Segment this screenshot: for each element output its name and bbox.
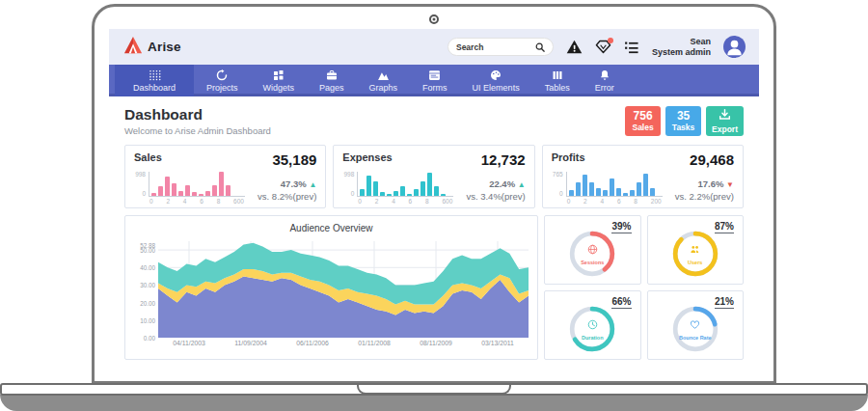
- nav-item-forms[interactable]: Forms: [410, 65, 460, 96]
- brand-name: Arise: [148, 40, 181, 54]
- sales-badge-value: 756: [634, 110, 653, 123]
- webcam-icon: [429, 14, 439, 24]
- nav-label: Pages: [319, 83, 344, 93]
- brand-logo[interactable]: Arise: [122, 36, 181, 59]
- profits-sparkline: 765 0 02468200: [552, 172, 663, 205]
- expenses-bars: [357, 172, 453, 197]
- globe-icon: [587, 241, 598, 259]
- profits-comparison: vs. 2.2%(prev): [675, 191, 734, 202]
- audience-x-axis: 04/11/200311/09/200406/11/200601/11/2008…: [134, 340, 529, 346]
- users-label: Users: [688, 260, 702, 265]
- audience-area-chart: [158, 241, 529, 338]
- nav-item-projects[interactable]: Projects: [194, 65, 251, 96]
- form-window-icon: [428, 69, 441, 81]
- warning-icon[interactable]: [566, 40, 583, 54]
- expenses-change: 22.4% ▲: [466, 178, 525, 189]
- audience-y-axis: 52.8850.0040.0030.0020.0010.000.00: [134, 241, 158, 338]
- widgets-icon: [273, 69, 285, 81]
- sales-card-title: Sales: [134, 151, 245, 163]
- stat-cards-row: Sales 998 0 02468600: [109, 145, 759, 208]
- search-field[interactable]: [456, 42, 535, 52]
- trend-down-icon: ▼: [726, 180, 734, 189]
- trend-up-icon: ▲: [518, 180, 526, 189]
- dashboard-grid-icon: [149, 69, 161, 81]
- avatar[interactable]: [723, 36, 746, 58]
- sales-x-ticks: 02468600: [149, 197, 245, 205]
- laptop-bezel: Arise: [92, 4, 776, 384]
- sales-sparkline: 998 0 02468600: [134, 172, 245, 205]
- nav-item-ui-elements[interactable]: UI Elements: [460, 65, 532, 96]
- nav-label: UI Elements: [473, 83, 520, 93]
- gauges-grid: 39% Se: [544, 215, 744, 360]
- sales-card: Sales 998 0 02468600: [124, 145, 326, 208]
- nav-item-pages[interactable]: Pages: [307, 65, 357, 96]
- nav-label: Widgets: [263, 83, 295, 93]
- duration-label: Duration: [582, 335, 604, 341]
- download-icon: [719, 107, 731, 124]
- page-subtitle: Welcome to Arise Admin Dashboard: [124, 125, 271, 136]
- page-title: Dashboard: [124, 106, 271, 123]
- sales-badge[interactable]: 756 Sales: [625, 106, 661, 136]
- person-icon: [723, 36, 746, 58]
- expenses-card: Expenses 998 0 02468600: [333, 145, 534, 208]
- main-nav: Dashboard Projects: [109, 65, 759, 96]
- heart-icon: [690, 316, 700, 334]
- tasks-badge[interactable]: 35 Tasks: [665, 106, 701, 136]
- palette-icon: [490, 69, 502, 81]
- profits-x-ticks: 02468200: [566, 197, 663, 205]
- arise-triangle-icon: [122, 36, 144, 59]
- search-input[interactable]: [448, 38, 554, 56]
- profits-change: 17.6% ▼: [675, 178, 734, 189]
- export-label: Export: [712, 125, 738, 135]
- tasks-badge-label: Tasks: [672, 123, 694, 133]
- bell-icon: [599, 69, 610, 81]
- sales-comparison: vs. 8.2%(prev): [258, 191, 316, 202]
- dashboard-screen: Arise: [109, 29, 759, 363]
- nav-item-dashboard[interactable]: Dashboard: [115, 65, 194, 96]
- nav-label: Dashboard: [133, 83, 176, 93]
- nav-label: Graphs: [369, 83, 398, 93]
- nav-item-error[interactable]: Error: [583, 65, 627, 96]
- nav-label: Projects: [206, 83, 238, 93]
- sales-change: 47.3% ▲: [258, 178, 316, 189]
- laptop-base-shadow: [0, 395, 868, 411]
- sales-badge-label: Sales: [632, 123, 653, 133]
- profits-card: Profits 765 0 02468200: [542, 145, 744, 208]
- expenses-value: 12,732: [466, 151, 525, 168]
- trend-up-icon: ▲: [309, 180, 316, 189]
- user-info[interactable]: Sean System admin: [652, 37, 711, 58]
- export-button[interactable]: Export: [706, 106, 744, 136]
- nav-label: Tables: [545, 83, 570, 93]
- audience-overview-card: Audience Overview 52.8850.0040.0030.0020…: [124, 215, 538, 360]
- tasks-badge-value: 35: [677, 110, 690, 123]
- y-min-label: 0: [559, 190, 563, 197]
- nav-label: Forms: [422, 83, 448, 93]
- bounce-rate-label: Bounce Rate: [679, 335, 712, 341]
- profits-value: 29,468: [675, 151, 734, 168]
- sessions-label: Sessions: [581, 260, 604, 265]
- page-header: Dashboard Welcome to Arise Admin Dashboa…: [109, 96, 759, 145]
- nav-item-tables[interactable]: Tables: [532, 65, 583, 96]
- expenses-sparkline: 998 0 02468600: [342, 172, 453, 205]
- laptop-base-notch: [357, 385, 511, 395]
- y-max-label: 765: [553, 171, 563, 178]
- users-gauge-card: 87%: [647, 215, 745, 285]
- nav-item-graphs[interactable]: Graphs: [357, 65, 411, 96]
- gem-notification-icon[interactable]: [595, 40, 611, 54]
- sessions-gauge-card: 39% Se: [544, 215, 641, 285]
- topbar: Arise: [109, 29, 759, 65]
- columns-icon: [552, 69, 563, 81]
- nav-item-widgets[interactable]: Widgets: [251, 65, 308, 96]
- y-min-label: 0: [142, 190, 146, 197]
- numbered-list-icon[interactable]: [624, 41, 639, 54]
- y-max-label: 998: [343, 171, 354, 178]
- expenses-card-title: Expenses: [342, 151, 453, 163]
- search-icon[interactable]: [535, 39, 545, 56]
- users-icon: [690, 241, 700, 259]
- page: Arise: [0, 0, 868, 411]
- sales-bars: [149, 172, 245, 197]
- profits-bars: [566, 172, 663, 197]
- mountain-chart-icon: [377, 69, 390, 81]
- main-row: Audience Overview 52.8850.0040.0030.0020…: [109, 208, 759, 360]
- audience-chart-title: Audience Overview: [134, 223, 529, 233]
